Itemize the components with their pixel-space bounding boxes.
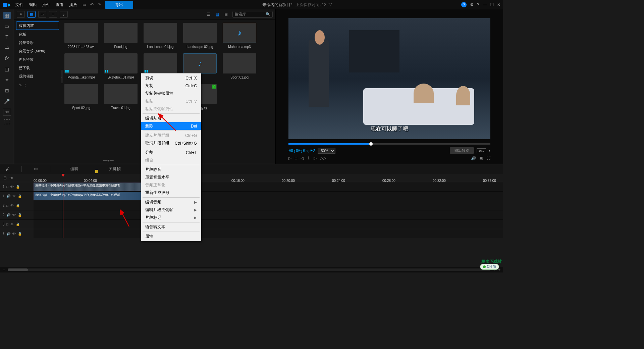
sidebar-item-bgm-meta[interactable]: 背景音乐 (Meta) (16, 47, 59, 55)
eye-icon[interactable]: 👁 (12, 213, 16, 217)
sidebar-item-sfx[interactable]: 声音特效 (16, 56, 59, 63)
maximize-icon[interactable]: ❐ (490, 2, 494, 7)
media-tool-icon[interactable]: ▦ (3, 12, 11, 19)
slider-handle-icon[interactable]: —●— (103, 158, 114, 163)
grid-view-icon[interactable]: ▦ (214, 11, 221, 17)
template-tool-icon[interactable]: ⊞ (3, 87, 11, 94)
media-thumb[interactable]: ▮▮Mountai...iker.mp4 (64, 53, 98, 79)
context-menu-item[interactable]: 剪切Ctrl+X (141, 74, 201, 82)
play-icon[interactable]: ▷ (288, 156, 291, 160)
media-thumb[interactable]: ▮▮Skatebo...01.mp4 (104, 53, 138, 79)
context-menu-item[interactable]: 重置音量水平 (141, 173, 201, 181)
close-icon[interactable]: ✕ (497, 2, 500, 7)
menu-plugins[interactable]: 插件 (42, 2, 50, 8)
stop-icon[interactable]: □ (295, 156, 297, 160)
menu-edit[interactable]: 编辑 (29, 2, 37, 8)
redo-icon[interactable]: ↷ (98, 2, 101, 7)
list-view-icon[interactable]: ☰ (205, 11, 212, 17)
playhead[interactable] (63, 182, 63, 238)
transition-tool-icon[interactable]: ⇄ (3, 44, 11, 51)
image-tool-icon[interactable]: ▭ (3, 23, 11, 30)
pen-icon[interactable]: ✎ (19, 83, 22, 88)
context-menu-item[interactable]: 编辑别名... (141, 114, 201, 122)
next-frame-icon[interactable]: ▷ (314, 156, 317, 160)
prev-frame-icon[interactable]: ◁ (301, 156, 304, 160)
video-filter-icon[interactable]: ▭ (38, 11, 46, 18)
context-menu-item[interactable]: 编辑音频▶ (141, 198, 201, 206)
help-icon[interactable]: ? (477, 2, 479, 7)
minimize-icon[interactable]: — (483, 2, 487, 7)
context-menu-item[interactable]: 编辑片段关键帧▶ (141, 206, 201, 214)
chapter-tool-icon[interactable] (4, 119, 10, 124)
lasso-icon[interactable]: ⌇ (24, 83, 26, 88)
sidebar-item-colorboard[interactable]: 色板 (16, 31, 59, 38)
eye-icon[interactable]: 👁 (12, 232, 16, 236)
snapshot2-icon[interactable]: ▣ (479, 156, 483, 160)
output-preview-button[interactable]: 输出预览 (450, 147, 474, 154)
eye-icon[interactable]: 👁 (10, 185, 14, 189)
sidebar-item-downloaded[interactable]: 已下载 (16, 64, 59, 72)
preview-progress[interactable] (288, 143, 490, 145)
lock-icon[interactable]: 🔒 (18, 194, 22, 198)
lock-icon[interactable]: 🔒 (18, 213, 22, 217)
fast-forward-icon[interactable]: ▷▷ (320, 156, 326, 160)
timeline-marker-icon[interactable] (95, 170, 98, 173)
menu-play[interactable]: 播放 (69, 2, 77, 8)
settings-icon[interactable]: ⚙ (470, 2, 474, 7)
volume-icon[interactable]: 🔊 (471, 156, 476, 160)
particle-tool-icon[interactable]: ✧ (3, 77, 11, 83)
progress-handle-icon[interactable] (369, 142, 373, 146)
snapshot-icon[interactable]: ⤓ (307, 156, 310, 160)
zoom-out-icon[interactable]: − (3, 267, 5, 272)
eye-icon[interactable]: 👁 (10, 204, 14, 207)
media-thumb[interactable]: Food.jpg (104, 23, 138, 49)
context-menu-item[interactable]: 片段静音 (141, 166, 201, 173)
aspect-badge[interactable]: 16:9 (477, 148, 486, 153)
media-thumb[interactable]: Landscape 01.jpg (144, 23, 177, 49)
eye-icon[interactable]: 👁 (10, 222, 14, 226)
timeline-fit-icon[interactable]: ⊟ (3, 176, 7, 180)
context-menu-item[interactable]: 语音转文本 (141, 223, 201, 231)
tab-edit[interactable]: 编辑 (60, 166, 89, 172)
media-filter-icon[interactable]: ▦ (28, 11, 36, 18)
lock-icon[interactable]: 🔒 (18, 232, 22, 236)
mic-tool-icon[interactable]: 🎤 (3, 98, 11, 105)
tab-keyframe[interactable]: 关键帧 (99, 166, 131, 172)
fullscreen-icon[interactable]: ⛶ (486, 156, 490, 160)
layout-icon[interactable]: ▭ (83, 2, 86, 7)
export-button[interactable]: 导出 (105, 1, 133, 9)
lock-icon[interactable]: 🔒 (16, 204, 20, 207)
zoom-select[interactable]: 50% (318, 148, 335, 154)
context-menu-item[interactable]: 取消片段群组Ctrl+Shift+G (141, 139, 201, 147)
import-icon[interactable]: ⇩ (17, 11, 25, 18)
caption-tool-icon[interactable]: CC (3, 109, 11, 115)
lock-icon[interactable]: 🔒 (16, 222, 20, 226)
sidebar-item-myproject[interactable]: 我的项目 (16, 72, 59, 80)
audio-filter-icon[interactable]: ♪ (60, 11, 68, 18)
media-thumb[interactable]: 2023111...428.avi (64, 23, 98, 49)
lock-icon[interactable]: 🔒 (16, 185, 20, 189)
aspect-dropdown-icon[interactable]: ▾ (489, 149, 490, 152)
timeline-snap-icon[interactable]: ⇥ (9, 176, 13, 180)
context-menu-item[interactable]: 删除Del (141, 122, 201, 130)
context-menu-item[interactable]: 分割Ctrl+T (141, 149, 201, 156)
brush-icon[interactable]: 🖌 (3, 167, 11, 171)
media-thumb[interactable]: Sport 02.jpg (64, 84, 98, 111)
media-thumb[interactable]: Travel 01.jpg (104, 84, 138, 111)
search-input[interactable]: 搜索库 🔍 (232, 11, 273, 18)
help-badge-icon[interactable]: ? (461, 2, 467, 7)
menu-view[interactable]: 查看 (56, 2, 64, 8)
media-thumb[interactable]: ♪Mahoroba.mp3 (223, 23, 256, 49)
text-tool-icon[interactable]: T (3, 34, 11, 40)
menu-file[interactable]: 文件 (15, 2, 23, 8)
undo-icon[interactable]: ↶ (90, 2, 94, 7)
context-menu-item[interactable]: 片段标记▶ (141, 214, 201, 221)
media-thumb[interactable]: Landscape 02.jpg (183, 23, 217, 49)
cut-icon[interactable]: ✄ (32, 167, 40, 171)
horizontal-scrollbar[interactable] (8, 268, 490, 271)
overlay-tool-icon[interactable]: ◫ (3, 66, 11, 72)
sidebar-item-bgm[interactable]: 背景音乐 (16, 39, 59, 47)
media-thumb[interactable]: Sport 01.jpg (223, 53, 256, 79)
sidebar-item-media[interactable]: 媒体内容 (16, 21, 59, 30)
large-grid-icon[interactable]: ⊞ (222, 11, 230, 17)
